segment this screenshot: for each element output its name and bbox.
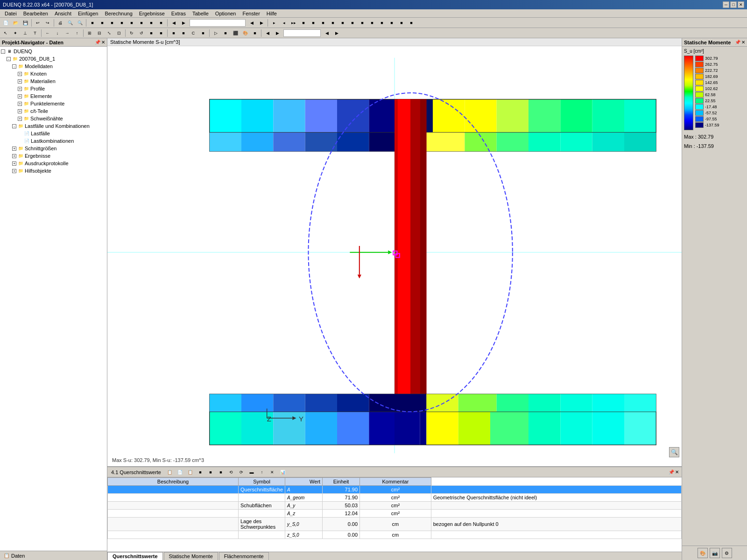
toolbar-new[interactable]: 📄 [1,19,10,27]
expand-icon[interactable]: - [7,57,11,61]
toolbar-btn-d[interactable]: ■ [117,19,127,27]
toolbar-btn-w[interactable]: ■ [407,19,416,27]
toolbar2-btn-o[interactable]: ■ [147,29,156,37]
tree-item-materialien[interactable]: +📁Materialien [0,77,107,85]
toolbar-btn-i[interactable]: ▸ [269,19,279,27]
table-btn-h[interactable]: ⟳ [237,468,246,476]
expand-icon[interactable]: - [1,49,5,54]
table-btn-e[interactable]: ■ [206,468,215,476]
toolbar-btn-r[interactable]: ■ [358,19,367,27]
toolbar2-dropdown[interactable] [283,29,321,37]
toolbar-btn-o[interactable]: ■ [328,19,338,27]
table-row[interactable]: SchubflächenA_y50.03cm² [108,502,682,510]
menu-item-fenster[interactable]: Fenster [240,10,263,17]
expand-icon[interactable]: + [12,147,16,151]
menu-item-ansicht[interactable]: Ansicht [52,10,74,17]
toolbar2-btn-j[interactable]: ⊟ [95,29,104,37]
tab-flaechenmomente[interactable]: Flächenmomente [219,552,269,560]
toolbar2-btn-x[interactable]: 🎨 [240,29,250,37]
tree-item-profile[interactable]: +📁Profile [0,85,107,92]
tree-item-modelldaten[interactable]: -📁Modelldaten [0,63,107,70]
table-btn-f[interactable]: ■ [216,468,226,476]
toolbar-btn-g[interactable]: ■ [147,19,156,27]
tree-item-200706[interactable]: -📁200706_DU8_1 [0,55,107,63]
toolbar2-btn-c[interactable]: ⊥ [21,29,30,37]
viewport-canvas[interactable]: y Z Y Max S-u: 302.79, Min S-u: -137.59 … [107,46,682,465]
menu-item-optionen[interactable]: Optionen [212,10,239,17]
toolbar2-btn-d[interactable]: T [30,29,40,37]
bottom-panel-close[interactable]: ✕ [675,469,679,475]
table-btn-c[interactable]: 📋 [185,468,195,476]
table-row[interactable]: A_z12.04cm² [108,510,682,518]
table-btn-l[interactable]: 📊 [278,468,287,476]
expand-icon[interactable]: + [18,94,22,98]
tree-container[interactable]: -🖥DUENQ-📁200706_DU8_1-📁Modelldaten+📁Knot… [0,47,107,551]
table-container[interactable]: Beschreibung Symbol Wert Einheit Komment… [107,477,682,552]
tree-item-ct_teile[interactable]: +📁c/t-Teile [0,107,107,115]
toolbar-btn-n[interactable]: ■ [318,19,328,27]
toolbar2-btn-y[interactable]: ■ [250,29,260,37]
toolbar2-nav-left[interactable]: ◀ [263,29,272,37]
toolbar-btn-q[interactable]: ■ [348,19,357,27]
toolbar2-btn-g[interactable]: → [63,29,72,37]
toolbar-btn-j[interactable]: ◂ [279,19,289,27]
toolbar-print[interactable]: 🖨 [56,19,65,27]
tree-item-schnittgroessen[interactable]: +📁Schnittgrößen [0,145,107,152]
table-row[interactable]: QuerschnittsflächeA71.90cm² [108,486,682,494]
expand-icon[interactable]: + [12,154,16,158]
expand-icon[interactable]: + [18,109,22,113]
minimize-button[interactable]: ─ [723,1,729,8]
table-row[interactable]: z_S,00.00cm [108,531,682,539]
toolbar-undo[interactable]: ↩ [33,19,42,27]
tree-item-lastfaelle[interactable]: -📁Lastfälle und Kombinationen [0,122,107,130]
table-btn-d[interactable]: ■ [196,468,205,476]
tree-item-ausdruckprotokolle[interactable]: +📁Ausdruckprotokolle [0,160,107,167]
toolbar2-btn-r[interactable]: ■ [179,29,188,37]
menu-item-datei[interactable]: Datei [2,10,20,17]
toolbar-btn-k[interactable]: ▸▸ [289,19,298,27]
table-btn-i[interactable]: ▬ [247,468,256,476]
tree-item-lastkombinationen[interactable]: 📄Lastkombinationen [0,137,107,145]
toolbar-zoom-out[interactable]: 🔍 [75,19,85,27]
navigator-close[interactable]: ✕ [101,40,105,45]
toolbar2-btn-l[interactable]: ⊡ [114,29,124,37]
toolbar-btn-a[interactable]: ■ [88,19,97,27]
toolbar2-nav-right[interactable]: ▶ [273,29,282,37]
tree-item-ergebnisse[interactable]: +📁Ergebnisse [0,152,107,160]
toolbar2-btn-e[interactable]: ← [43,29,52,37]
right-tool-b[interactable]: 📷 [710,548,720,558]
right-tool-c[interactable]: ⚙ [722,548,732,558]
navigator-pin[interactable]: 📌 [95,40,100,45]
tree-item-hilfsobjekte[interactable]: +📁Hilfsobjekte [0,167,107,175]
tab-querschnittswerte[interactable]: Querschnittswerte [107,552,163,560]
menu-item-tabelle[interactable]: Tabelle [190,10,211,17]
tree-item-elemente[interactable]: +📁Elemente [0,92,107,100]
toolbar-open[interactable]: 📂 [11,19,20,27]
tree-item-schweisnaehte[interactable]: +📁Schweißnähte [0,115,107,122]
expand-icon[interactable]: + [18,72,22,76]
table-btn-g[interactable]: ⟲ [226,468,236,476]
tab-statische-momente[interactable]: Statische Momente [164,552,218,560]
menu-item-bearbeiten[interactable]: Bearbeiten [21,10,51,17]
menu-item-einfügen[interactable]: Einfügen [75,10,101,17]
toolbar2-btn-k[interactable]: ⤡ [105,29,114,37]
toolbar-nav-left2[interactable]: ◀ [247,19,256,27]
toolbar-btn-m[interactable]: ■ [309,19,318,27]
toolbar-nav-left[interactable]: ◀ [169,19,178,27]
table-btn-j[interactable]: ↑ [257,468,267,476]
expand-icon[interactable]: + [12,161,16,166]
toolbar2-btn-p[interactable]: ■ [156,29,166,37]
toolbar-btn-f[interactable]: ■ [137,19,146,27]
expand-icon[interactable]: + [12,169,16,173]
toolbar-btn-l[interactable]: ■ [299,19,308,27]
toolbar-redo[interactable]: ↪ [43,19,52,27]
toolbar2-btn-v[interactable]: ■ [221,29,230,37]
toolbar2-btn-s[interactable]: C [189,29,198,37]
toolbar2-btn-a[interactable]: ↖ [1,29,10,37]
table-row[interactable]: A_geom71.90cm²Geometrische Querschnittsf… [108,494,682,502]
expand-icon[interactable]: + [18,79,22,84]
tree-item-punktelemente[interactable]: +📁Punktelemente [0,100,107,107]
toolbar-btn-t[interactable]: ■ [377,19,387,27]
menu-item-berechnung[interactable]: Berechnung [102,10,135,17]
toolbar2-btn-w[interactable]: ⬛ [231,29,240,37]
